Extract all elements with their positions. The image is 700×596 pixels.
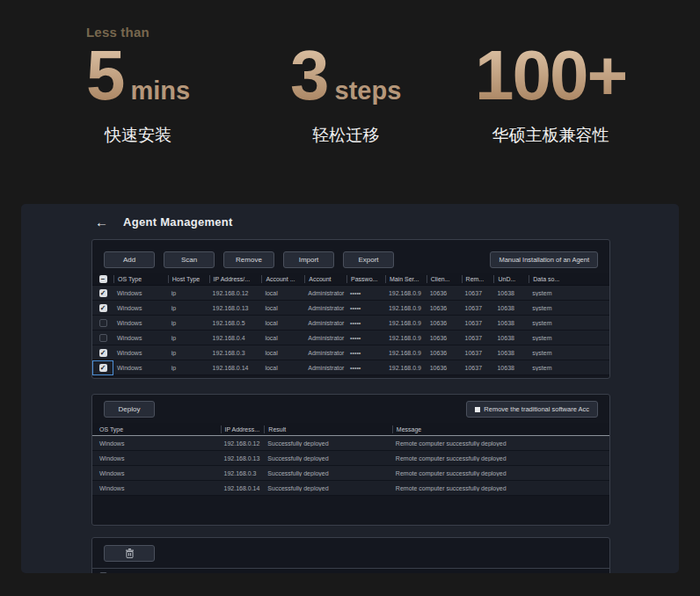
scan-button[interactable]: Scan bbox=[164, 251, 215, 268]
add-button[interactable]: Add bbox=[104, 251, 155, 268]
cell-und: 10638 bbox=[493, 335, 529, 341]
cell-host-type: ip bbox=[168, 350, 209, 356]
checkbox-unchecked-icon[interactable] bbox=[99, 572, 107, 573]
cell-ip: 192.168.0.13 bbox=[209, 305, 262, 311]
cell-remote: 10637 bbox=[462, 320, 494, 326]
cell-und: 10638 bbox=[493, 305, 529, 311]
cell-data-source: system bbox=[529, 290, 609, 296]
page-title: Agent Management bbox=[123, 215, 233, 229]
table-row[interactable]: ✓ Windows ip 192.168.0.12 local Administ… bbox=[92, 286, 609, 301]
cell-ip: 192.168.0.3 bbox=[221, 470, 265, 476]
row-checkbox-cell[interactable]: ✓ bbox=[92, 345, 113, 360]
checkbox-checked-icon[interactable]: ✓ bbox=[99, 364, 107, 372]
deploy-button[interactable]: Deploy bbox=[104, 401, 155, 418]
cell-account-type: local bbox=[261, 365, 304, 371]
cell-main-server: 192.168.0.9 bbox=[385, 305, 427, 311]
cell-password: ••••• bbox=[346, 290, 385, 296]
cell-account-type: local bbox=[261, 320, 304, 326]
checkbox-unchecked-icon[interactable] bbox=[99, 319, 107, 327]
checkbox-checked-icon[interactable]: ✓ bbox=[99, 304, 107, 312]
checkbox-unchecked-icon[interactable] bbox=[99, 334, 107, 342]
agents-toolbar: Add Scan Remove Import Export Manual Ins… bbox=[104, 251, 598, 268]
select-all-cell[interactable]: − bbox=[92, 273, 113, 286]
back-arrow-icon[interactable]: ← bbox=[95, 215, 108, 229]
cell-os-type: Windows bbox=[113, 350, 168, 356]
cell-os-type: Windows bbox=[113, 365, 168, 371]
cell-account: Administrator bbox=[304, 305, 346, 311]
cell-host-type: ip bbox=[168, 365, 209, 371]
table-row[interactable]: Windows ip 192.168.0.4 local Administrat… bbox=[92, 331, 609, 345]
cell-result: Successfully deployed bbox=[264, 455, 392, 462]
deploy-section: Deploy Remove the traditional software A… bbox=[91, 394, 610, 526]
row-checkbox-cell-focused[interactable]: ✓ bbox=[92, 360, 113, 375]
table-row[interactable]: ✓ Windows ip 192.168.0.14 local Administ… bbox=[92, 360, 609, 375]
select-all-checkbox[interactable]: − bbox=[99, 275, 107, 283]
cell-account: Administrator bbox=[304, 320, 346, 326]
remove-traditional-option[interactable]: Remove the traditional software Acc bbox=[466, 401, 598, 418]
stat-install-time: Less than 5 mins 快速安装 bbox=[86, 25, 190, 147]
cell-data-source: system bbox=[529, 305, 609, 311]
deploy-table: OS Type IP Address... Result Message Win… bbox=[92, 423, 609, 496]
col-data-source: Data so... bbox=[529, 275, 609, 283]
cell-host-type: ip bbox=[168, 320, 209, 326]
stat-number-row: 3 steps bbox=[290, 38, 401, 113]
checkbox-checked-icon[interactable]: ✓ bbox=[99, 289, 107, 297]
cell-remote: 10637 bbox=[462, 365, 494, 371]
cell-message: Remote computer successfully deployed bbox=[392, 470, 609, 476]
table-row[interactable]: Windows 192.168.0.14 Successfully deploy… bbox=[92, 481, 609, 496]
stat-value: 5 bbox=[86, 38, 124, 113]
manual-installation-button[interactable]: Manual Installation of an Agent bbox=[490, 251, 598, 268]
table-row[interactable]: Windows 192.168.0.3 Successfully deploye… bbox=[92, 466, 609, 481]
cell-account: Administrator bbox=[304, 290, 346, 296]
stat-unit: steps bbox=[335, 76, 402, 105]
cell-message: Remote computer successfully deployed bbox=[392, 455, 609, 462]
cell-main-server: 192.168.0.9 bbox=[385, 350, 427, 356]
cell-client: 10636 bbox=[427, 365, 462, 371]
export-button[interactable]: Export bbox=[343, 251, 394, 268]
delete-button[interactable] bbox=[104, 545, 155, 562]
table-row[interactable]: Windows ip 192.168.0.5 local Administrat… bbox=[92, 316, 609, 331]
cell-ip: 192.168.0.12 bbox=[221, 440, 265, 447]
cell-os-type: Windows bbox=[92, 455, 221, 462]
agents-section: Add Scan Remove Import Export Manual Ins… bbox=[91, 239, 610, 379]
cell-result: Successfully deployed bbox=[264, 440, 392, 447]
cell-account-type: local bbox=[261, 305, 304, 311]
checkbox-checked-icon[interactable]: ✓ bbox=[99, 349, 107, 357]
stat-caption: 快速安装 bbox=[86, 124, 190, 147]
cell-client: 10636 bbox=[427, 320, 462, 326]
stat-caption: 轻松迁移 bbox=[290, 124, 401, 147]
row-checkbox-cell[interactable]: ✓ bbox=[92, 301, 113, 316]
table-row[interactable]: ✓ Windows ip 192.168.0.13 local Administ… bbox=[92, 301, 609, 316]
col-remote: Rem... bbox=[462, 275, 494, 283]
cell-host-type: ip bbox=[168, 305, 209, 311]
cell-password: ••••• bbox=[346, 320, 385, 326]
cell-ip: 192.168.0.5 bbox=[209, 320, 262, 326]
remove-button[interactable]: Remove bbox=[223, 251, 274, 268]
col-ip-address: IP Address/... bbox=[209, 275, 262, 283]
col-account-type: Account ... bbox=[261, 275, 304, 283]
cell-und: 10638 bbox=[493, 290, 529, 296]
cell-main-server: 192.168.0.9 bbox=[385, 320, 427, 326]
cell-os-type: Windows bbox=[113, 320, 168, 326]
bottom-toolbar bbox=[104, 545, 598, 562]
table-row[interactable]: Windows 192.168.0.13 Successfully deploy… bbox=[92, 451, 609, 466]
agent-management-panel: ← Agent Management Add Scan Remove Impor… bbox=[21, 204, 679, 573]
table-row[interactable]: Windows 192.168.0.12 Successfully deploy… bbox=[92, 436, 609, 451]
row-checkbox-cell[interactable] bbox=[92, 316, 113, 331]
cell-data-source: system bbox=[529, 350, 609, 356]
cell-ip: 192.168.0.3 bbox=[209, 350, 262, 356]
panel-header: ← Agent Management bbox=[95, 215, 233, 229]
agent-table: − OS Type Host Type IP Address/... Accou… bbox=[92, 273, 609, 375]
cell-password: ••••• bbox=[346, 305, 385, 311]
cell-remote: 10637 bbox=[462, 350, 494, 356]
table-row[interactable]: ✓ Windows ip 192.168.0.3 local Administr… bbox=[92, 345, 609, 360]
stat-motherboard-compat: 100+ 华硕主板兼容性 bbox=[475, 25, 626, 147]
cell-remote: 10637 bbox=[462, 335, 494, 341]
row-checkbox-cell[interactable]: ✓ bbox=[92, 286, 113, 301]
col-os-type: OS Type bbox=[113, 275, 168, 283]
row-checkbox-cell[interactable] bbox=[92, 331, 113, 345]
bottom-section bbox=[91, 537, 610, 573]
cell-password: ••••• bbox=[346, 350, 385, 356]
checkbox-filled-icon bbox=[475, 407, 480, 412]
import-button[interactable]: Import bbox=[283, 251, 334, 268]
